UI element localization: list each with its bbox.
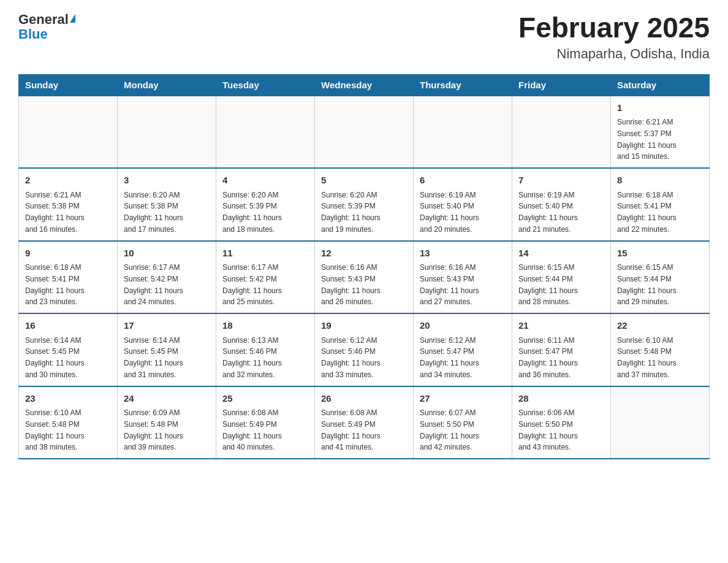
day-info: Sunrise: 6:16 AMSunset: 5:43 PMDaylight:… — [321, 263, 381, 306]
day-info: Sunrise: 6:17 AMSunset: 5:42 PMDaylight:… — [222, 263, 282, 306]
day-info: Sunrise: 6:19 AMSunset: 5:40 PMDaylight:… — [420, 191, 479, 234]
calendar-cell: 15Sunrise: 6:15 AMSunset: 5:44 PMDayligh… — [611, 241, 710, 314]
day-number: 9 — [25, 247, 111, 261]
day-number: 12 — [321, 247, 407, 261]
logo: General Blue — [18, 12, 75, 42]
header-cell-sunday: Sunday — [19, 74, 118, 96]
day-number: 22 — [617, 319, 703, 333]
calendar-cell: 24Sunrise: 6:09 AMSunset: 5:48 PMDayligh… — [118, 386, 216, 459]
location-title: Nimaparha, Odisha, India — [518, 46, 710, 62]
day-info: Sunrise: 6:07 AMSunset: 5:50 PMDaylight:… — [420, 408, 479, 451]
day-number: 7 — [518, 174, 604, 188]
calendar-cell: 22Sunrise: 6:10 AMSunset: 5:48 PMDayligh… — [611, 313, 710, 386]
day-info: Sunrise: 6:12 AMSunset: 5:46 PMDaylight:… — [321, 336, 381, 379]
day-number: 27 — [420, 392, 506, 406]
week-row-3: 16Sunrise: 6:14 AMSunset: 5:45 PMDayligh… — [19, 313, 710, 386]
calendar-cell: 12Sunrise: 6:16 AMSunset: 5:43 PMDayligh… — [315, 241, 414, 314]
header-cell-tuesday: Tuesday — [216, 74, 315, 96]
calendar-cell: 28Sunrise: 6:06 AMSunset: 5:50 PMDayligh… — [512, 386, 611, 459]
day-info: Sunrise: 6:10 AMSunset: 5:48 PMDaylight:… — [25, 408, 85, 451]
calendar-cell: 26Sunrise: 6:08 AMSunset: 5:49 PMDayligh… — [315, 386, 414, 459]
calendar-cell: 9Sunrise: 6:18 AMSunset: 5:41 PMDaylight… — [19, 241, 118, 314]
day-info: Sunrise: 6:14 AMSunset: 5:45 PMDaylight:… — [25, 336, 85, 379]
day-info: Sunrise: 6:06 AMSunset: 5:50 PMDaylight:… — [518, 408, 578, 451]
day-number: 8 — [617, 174, 703, 188]
day-info: Sunrise: 6:12 AMSunset: 5:47 PMDaylight:… — [420, 336, 479, 379]
calendar-cell — [19, 96, 118, 169]
header-cell-monday: Monday — [118, 74, 216, 96]
day-number: 1 — [617, 101, 703, 115]
header-cell-wednesday: Wednesday — [315, 74, 414, 96]
day-number: 11 — [222, 247, 308, 261]
week-row-1: 2Sunrise: 6:21 AMSunset: 5:38 PMDaylight… — [19, 168, 710, 241]
day-number: 23 — [25, 392, 111, 406]
day-info: Sunrise: 6:08 AMSunset: 5:49 PMDaylight:… — [321, 408, 381, 451]
day-number: 28 — [518, 392, 604, 406]
header-cell-thursday: Thursday — [414, 74, 512, 96]
calendar-cell — [315, 96, 414, 169]
logo-general-text: General — [18, 12, 69, 27]
day-info: Sunrise: 6:13 AMSunset: 5:46 PMDaylight:… — [222, 336, 282, 379]
calendar-cell: 19Sunrise: 6:12 AMSunset: 5:46 PMDayligh… — [315, 313, 414, 386]
day-number: 13 — [420, 247, 506, 261]
day-info: Sunrise: 6:21 AMSunset: 5:38 PMDaylight:… — [25, 191, 85, 234]
day-info: Sunrise: 6:16 AMSunset: 5:43 PMDaylight:… — [420, 263, 479, 306]
calendar-cell — [414, 96, 512, 169]
header-row: SundayMondayTuesdayWednesdayThursdayFrid… — [19, 74, 710, 96]
day-info: Sunrise: 6:20 AMSunset: 5:38 PMDaylight:… — [124, 191, 183, 234]
day-number: 21 — [518, 319, 604, 333]
calendar-cell: 18Sunrise: 6:13 AMSunset: 5:46 PMDayligh… — [216, 313, 315, 386]
week-row-4: 23Sunrise: 6:10 AMSunset: 5:48 PMDayligh… — [19, 386, 710, 459]
day-number: 18 — [222, 319, 308, 333]
day-number: 19 — [321, 319, 407, 333]
day-info: Sunrise: 6:18 AMSunset: 5:41 PMDaylight:… — [25, 263, 85, 306]
calendar-cell: 13Sunrise: 6:16 AMSunset: 5:43 PMDayligh… — [414, 241, 512, 314]
day-info: Sunrise: 6:15 AMSunset: 5:44 PMDaylight:… — [518, 263, 578, 306]
header-cell-saturday: Saturday — [611, 74, 710, 96]
day-info: Sunrise: 6:17 AMSunset: 5:42 PMDaylight:… — [124, 263, 183, 306]
day-number: 2 — [25, 174, 111, 188]
calendar-cell: 8Sunrise: 6:18 AMSunset: 5:41 PMDaylight… — [611, 168, 710, 241]
calendar-cell: 17Sunrise: 6:14 AMSunset: 5:45 PMDayligh… — [118, 313, 216, 386]
day-number: 14 — [518, 247, 604, 261]
day-info: Sunrise: 6:10 AMSunset: 5:48 PMDaylight:… — [617, 336, 677, 379]
day-number: 17 — [124, 319, 210, 333]
calendar-cell — [118, 96, 216, 169]
day-info: Sunrise: 6:09 AMSunset: 5:48 PMDaylight:… — [124, 408, 183, 451]
calendar-cell: 16Sunrise: 6:14 AMSunset: 5:45 PMDayligh… — [19, 313, 118, 386]
week-row-2: 9Sunrise: 6:18 AMSunset: 5:41 PMDaylight… — [19, 241, 710, 314]
day-number: 5 — [321, 174, 407, 188]
day-info: Sunrise: 6:20 AMSunset: 5:39 PMDaylight:… — [222, 191, 282, 234]
day-info: Sunrise: 6:14 AMSunset: 5:45 PMDaylight:… — [124, 336, 183, 379]
day-number: 15 — [617, 247, 703, 261]
day-info: Sunrise: 6:15 AMSunset: 5:44 PMDaylight:… — [617, 263, 677, 306]
day-info: Sunrise: 6:19 AMSunset: 5:40 PMDaylight:… — [518, 191, 578, 234]
calendar-cell — [512, 96, 611, 169]
calendar-cell — [216, 96, 315, 169]
logo-triangle-icon — [70, 14, 75, 23]
calendar-cell: 11Sunrise: 6:17 AMSunset: 5:42 PMDayligh… — [216, 241, 315, 314]
calendar-cell: 23Sunrise: 6:10 AMSunset: 5:48 PMDayligh… — [19, 386, 118, 459]
day-number: 16 — [25, 319, 111, 333]
calendar-cell: 21Sunrise: 6:11 AMSunset: 5:47 PMDayligh… — [512, 313, 611, 386]
header: General Blue February 2025 Nimaparha, Od… — [18, 12, 710, 62]
day-info: Sunrise: 6:08 AMSunset: 5:49 PMDaylight:… — [222, 408, 282, 451]
day-number: 10 — [124, 247, 210, 261]
day-number: 6 — [420, 174, 506, 188]
day-number: 4 — [222, 174, 308, 188]
day-info: Sunrise: 6:21 AMSunset: 5:37 PMDaylight:… — [617, 118, 677, 161]
week-row-0: 1Sunrise: 6:21 AMSunset: 5:37 PMDaylight… — [19, 96, 710, 169]
calendar-table: SundayMondayTuesdayWednesdayThursdayFrid… — [18, 74, 710, 460]
calendar-cell: 4Sunrise: 6:20 AMSunset: 5:39 PMDaylight… — [216, 168, 315, 241]
calendar-cell: 2Sunrise: 6:21 AMSunset: 5:38 PMDaylight… — [19, 168, 118, 241]
month-title: February 2025 — [518, 12, 710, 44]
day-info: Sunrise: 6:18 AMSunset: 5:41 PMDaylight:… — [617, 191, 677, 234]
day-number: 24 — [124, 392, 210, 406]
calendar-cell: 25Sunrise: 6:08 AMSunset: 5:49 PMDayligh… — [216, 386, 315, 459]
calendar-cell — [611, 386, 710, 459]
calendar-cell: 27Sunrise: 6:07 AMSunset: 5:50 PMDayligh… — [414, 386, 512, 459]
calendar-cell: 20Sunrise: 6:12 AMSunset: 5:47 PMDayligh… — [414, 313, 512, 386]
calendar-cell: 7Sunrise: 6:19 AMSunset: 5:40 PMDaylight… — [512, 168, 611, 241]
calendar-cell: 14Sunrise: 6:15 AMSunset: 5:44 PMDayligh… — [512, 241, 611, 314]
calendar-cell: 1Sunrise: 6:21 AMSunset: 5:37 PMDaylight… — [611, 96, 710, 169]
